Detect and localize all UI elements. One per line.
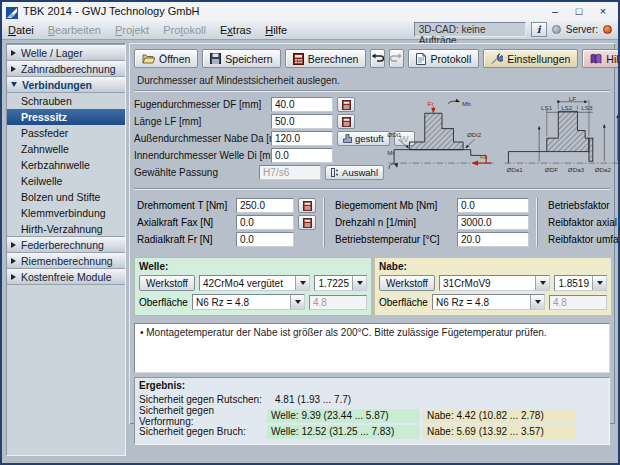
- expand-arrow-icon: [11, 50, 16, 56]
- book-icon: [590, 53, 602, 64]
- betriebstemperatur-input[interactable]: [457, 232, 529, 247]
- svg-text:ØDi1: ØDi1: [387, 131, 402, 138]
- welle-werkstoff-button[interactable]: Werkstoff: [139, 275, 195, 291]
- expand-arrow-icon: [11, 242, 16, 248]
- welle-surface-select[interactable]: N6 Rz = 4.8: [192, 294, 305, 310]
- calculate-button[interactable]: Berechnen: [285, 49, 367, 68]
- svg-text:LS2: LS2: [561, 104, 573, 111]
- sidebar-item-bolzen-und-stifte[interactable]: Bolzen und Stifte: [7, 189, 125, 205]
- sidebar-item-klemmverbindung[interactable]: Klemmverbindung: [7, 205, 125, 221]
- fit-tolerance-icon: [331, 168, 339, 177]
- sidebar-item-schrauben[interactable]: Schrauben: [7, 93, 125, 109]
- titlebar: TBK 2014 - GWJ Technology GmbH – □ ×: [2, 2, 618, 20]
- svg-text:Fr: Fr: [428, 100, 434, 107]
- settings-button[interactable]: Einstellungen: [483, 49, 578, 68]
- sidebar-item-presssitz[interactable]: Presssitz: [7, 109, 125, 125]
- sidebar-item-kerbzahnwelle[interactable]: Kerbzahnwelle: [7, 157, 125, 173]
- svg-text:ØDi2: ØDi2: [467, 131, 482, 138]
- stepped-profile-icon: [343, 134, 352, 143]
- menu-datei[interactable]: Datei: [8, 24, 34, 36]
- calculator-icon: [342, 117, 351, 127]
- welle-rz-field: [309, 295, 367, 310]
- passung-field: [259, 165, 321, 180]
- menu-extras[interactable]: Extras: [220, 24, 251, 36]
- expand-arrow-icon: [11, 274, 16, 280]
- result-row-bruch: Sicherheit gegen Bruch: Welle: 12.52 (31…: [139, 424, 605, 439]
- sidebar-section-kostenfreie-module[interactable]: Kostenfreie Module: [7, 268, 125, 285]
- svg-text:ØDa2: ØDa2: [595, 166, 612, 173]
- nabe-material-number-select[interactable]: 1.8519: [554, 275, 607, 291]
- page-subtitle: Durchmesser auf Mindestsicherheit ausleg…: [134, 70, 610, 90]
- result-row-verformung: Sicherheit gegen Verformung: Welle: 9.39…: [139, 408, 605, 423]
- calculator-button[interactable]: [298, 215, 316, 230]
- aussendurchmesser-input[interactable]: [271, 131, 333, 146]
- server-label: Server:: [566, 24, 598, 35]
- drehmoment-input[interactable]: [236, 198, 294, 213]
- sidebar-item-hirth-verzahnung[interactable]: Hirth-Verzahnung: [7, 221, 125, 237]
- chevron-down-icon[interactable]: [290, 295, 304, 309]
- sidebar-item-zahnwelle[interactable]: Zahnwelle: [7, 141, 125, 157]
- auswahl-button[interactable]: Auswahl: [325, 165, 384, 180]
- open-button[interactable]: Öffnen: [134, 49, 198, 68]
- sidebar-item-keilwelle[interactable]: Keilwelle: [7, 173, 125, 189]
- chevron-down-icon[interactable]: [295, 276, 309, 290]
- sidebar-section-riemenberechnung[interactable]: Riemenberechnung: [7, 252, 125, 269]
- main-panel: Öffnen Speichern Berechnen: [129, 43, 615, 424]
- welle-material-number-select[interactable]: 1.7225: [314, 275, 367, 291]
- sidebar-item-passfeder[interactable]: Passfeder: [7, 125, 125, 141]
- dimension-diagram: LF LS1 LS2 LS3 ØDa1 ØDF: [502, 96, 620, 188]
- fugendurchmesser-input[interactable]: [271, 97, 333, 112]
- expand-arrow-icon: [11, 66, 16, 72]
- svg-text:ØDa3: ØDa3: [568, 166, 585, 173]
- load-diagram: Mb Fr ØDi1 ØDi2 Mt Fa: [384, 96, 500, 188]
- chevron-down-icon[interactable]: [352, 276, 366, 290]
- menu-projekt: Projekt: [115, 24, 149, 36]
- laenge-input[interactable]: [271, 114, 333, 129]
- app-logo-icon: [6, 5, 18, 17]
- radialkraft-input[interactable]: [236, 232, 294, 247]
- welle-material-select[interactable]: 42CrMo4 vergütet: [199, 275, 311, 291]
- nabe-material-select[interactable]: 31CrMoV9: [439, 275, 551, 291]
- calculator-button[interactable]: [337, 114, 355, 129]
- close-button[interactable]: ×: [592, 4, 614, 19]
- svg-text:Mt: Mt: [387, 149, 394, 156]
- app-window: TBK 2014 - GWJ Technology GmbH – □ × Dat…: [0, 0, 620, 465]
- sidebar-section-federberechnung[interactable]: Federberechnung: [7, 236, 125, 253]
- sidebar-section-welle-lager[interactable]: Welle / Lager: [7, 44, 125, 61]
- calculator-button[interactable]: [298, 198, 316, 213]
- sidebar-section-zahnradberechnung[interactable]: Zahnradberechnung: [7, 60, 125, 77]
- menu-hilfe[interactable]: Hilfe: [265, 24, 287, 36]
- biegemoment-input[interactable]: [457, 198, 529, 213]
- window-title: TBK 2014 - GWJ Technology GmbH: [23, 5, 539, 17]
- innendurchmesser-input[interactable]: [271, 148, 333, 163]
- drehzahl-input[interactable]: [457, 215, 529, 230]
- nabe-werkstoff-button[interactable]: Werkstoff: [379, 275, 435, 291]
- collapse-arrow-icon: [11, 82, 17, 87]
- help-button[interactable]: Hilfe: [582, 49, 620, 68]
- maximize-button[interactable]: □: [568, 4, 590, 19]
- separator: [134, 188, 610, 190]
- gestuft-button[interactable]: gestuft: [337, 131, 390, 146]
- welle-result-cell: Welle: 9.39 (23.44 ... 5.87): [267, 409, 419, 423]
- nabe-surface-select[interactable]: N6 Rz = 4.8: [432, 294, 545, 310]
- svg-text:ØDF: ØDF: [545, 166, 558, 173]
- sidebar: Welle / Lager Zahnradberechnung Verbindu…: [6, 43, 126, 456]
- calculator-button[interactable]: [337, 97, 355, 112]
- protocol-button[interactable]: Protokoll: [408, 49, 479, 68]
- menubar: Datei Bearbeiten Projekt Protokoll Extra…: [2, 20, 618, 40]
- save-button[interactable]: Speichern: [202, 49, 280, 68]
- undo-icon: [371, 53, 384, 64]
- chevron-down-icon[interactable]: [535, 276, 549, 290]
- svg-text:Fa: Fa: [480, 153, 488, 160]
- chevron-down-icon[interactable]: [530, 295, 544, 309]
- nabe-panel: Nabe: Werkstoff 31CrMoV9 1.8519 O: [374, 257, 612, 316]
- undo-button[interactable]: [370, 49, 385, 68]
- chevron-down-icon[interactable]: [592, 276, 606, 290]
- info-button[interactable]: i: [531, 22, 547, 37]
- toolbar: Öffnen Speichern Berechnen: [134, 47, 610, 70]
- minimize-button[interactable]: –: [544, 4, 566, 19]
- svg-text:Mb: Mb: [462, 100, 471, 107]
- axialkraft-input[interactable]: [236, 215, 294, 230]
- sidebar-section-verbindungen[interactable]: Verbindungen: [7, 76, 125, 93]
- menu-protokoll: Protokoll: [163, 24, 206, 36]
